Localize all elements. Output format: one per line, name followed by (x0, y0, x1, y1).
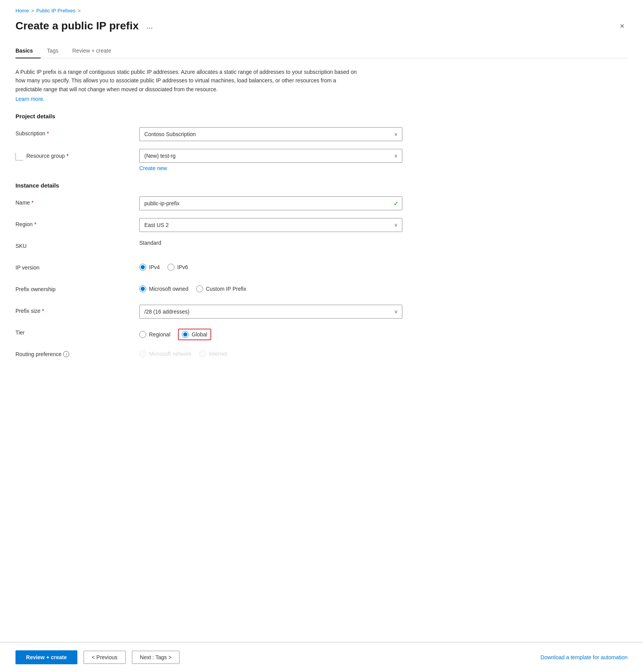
global-radio[interactable] (182, 331, 189, 338)
description-text: A Public IP prefix is a range of contigu… (15, 68, 364, 94)
regional-label: Regional (149, 331, 170, 338)
breadcrumb: Home > Public IP Prefixes > (15, 8, 628, 14)
spacer (0, 510, 643, 642)
sku-row: SKU Standard (15, 240, 628, 254)
breadcrumb-home[interactable]: Home (15, 8, 29, 14)
custom-ip-prefix-option[interactable]: Custom IP Prefix (196, 285, 246, 292)
page-title-left: Create a public IP prefix ... (15, 20, 156, 32)
subscription-select-wrapper: Contoso Subscription (139, 127, 402, 141)
ellipsis-button[interactable]: ... (144, 20, 156, 32)
page-container: Home > Public IP Prefixes > Create a pub… (0, 0, 643, 672)
routing-preference-row: Routing preference i Microsoft network I… (15, 348, 628, 362)
tier-label: Tier (15, 326, 139, 336)
subscription-required: * (47, 130, 49, 136)
routing-preference-info-icon[interactable]: i (63, 351, 69, 357)
subscription-label: Subscription * (15, 127, 139, 136)
name-control: ✓ (139, 196, 402, 210)
close-button[interactable]: × (617, 20, 628, 32)
name-input[interactable] (139, 196, 402, 210)
prefix-ownership-label: Prefix ownership (15, 283, 139, 292)
internet-label: Internet (209, 351, 227, 357)
subscription-select[interactable]: Contoso Subscription (139, 127, 402, 141)
routing-preference-radio-group: Microsoft network Internet (139, 348, 402, 357)
sku-value: Standard (139, 237, 161, 246)
prefix-size-select-wrapper: /28 (16 addresses) (139, 305, 402, 319)
name-checkmark: ✓ (393, 200, 398, 207)
prefix-size-select[interactable]: /28 (16 addresses) (139, 305, 402, 319)
tab-basics[interactable]: Basics (15, 44, 41, 58)
ipv4-radio[interactable] (139, 264, 146, 271)
prefix-ownership-control: Microsoft owned Custom IP Prefix (139, 283, 402, 292)
name-input-wrapper: ✓ (139, 196, 402, 210)
internet-option: Internet (199, 350, 227, 357)
resource-group-row: Resource group * (New) test-rg Create ne… (15, 149, 628, 171)
global-option[interactable]: Global (182, 331, 207, 338)
download-template-link[interactable]: Download a template for automation (540, 654, 628, 660)
microsoft-network-option: Microsoft network (139, 350, 192, 357)
prefix-ownership-radio-group: Microsoft owned Custom IP Prefix (139, 283, 402, 292)
rg-required: * (67, 153, 68, 159)
resource-group-select[interactable]: (New) test-rg (139, 149, 402, 163)
region-label: Region * (15, 218, 139, 227)
name-required: * (31, 200, 33, 206)
header: Home > Public IP Prefixes > Create a pub… (0, 0, 643, 44)
internet-radio (199, 350, 206, 357)
subscription-control: Contoso Subscription (139, 127, 402, 141)
prefix-size-required: * (42, 308, 44, 314)
next-button[interactable]: Next : Tags > (132, 651, 180, 664)
ip-version-row: IP version IPv4 IPv6 (15, 261, 628, 275)
routing-preference-control: Microsoft network Internet (139, 348, 402, 357)
subscription-row: Subscription * Contoso Subscription (15, 127, 628, 141)
prefix-ownership-row: Prefix ownership Microsoft owned Custom … (15, 283, 628, 297)
regional-option[interactable]: Regional (139, 331, 170, 338)
sku-label: SKU (15, 240, 139, 249)
ipv4-option[interactable]: IPv4 (139, 264, 160, 271)
microsoft-network-label: Microsoft network (149, 351, 192, 357)
ipv6-radio[interactable] (168, 264, 174, 271)
rg-indent: Resource group * (15, 149, 139, 160)
prefix-size-row: Prefix size * /28 (16 addresses) (15, 305, 628, 319)
custom-ip-prefix-radio[interactable] (196, 285, 203, 292)
name-label: Name * (15, 196, 139, 206)
page-title: Create a public IP prefix (15, 20, 139, 32)
tab-tags[interactable]: Tags (47, 44, 66, 58)
ip-version-label: IP version (15, 261, 139, 271)
region-required: * (34, 221, 36, 227)
learn-more-link[interactable]: Learn more. (15, 96, 44, 102)
rg-select-wrapper: (New) test-rg (139, 149, 402, 163)
region-control: East US 2 (139, 218, 402, 232)
microsoft-network-radio (139, 350, 146, 357)
microsoft-owned-radio[interactable] (139, 285, 146, 292)
routing-preference-label: Routing preference i (15, 348, 139, 357)
rg-tree: Resource group * (15, 152, 68, 160)
prefix-size-label: Prefix size * (15, 305, 139, 314)
main-content: A Public IP prefix is a range of contigu… (0, 58, 643, 510)
region-row: Region * East US 2 (15, 218, 628, 232)
instance-details-title: Instance details (15, 182, 628, 189)
create-new-link[interactable]: Create new (139, 165, 167, 171)
review-create-button[interactable]: Review + create (15, 650, 77, 664)
breadcrumb-prefixes[interactable]: Public IP Prefixes (36, 8, 76, 14)
tier-radio-group: Regional Global (139, 326, 402, 340)
ipv6-label: IPv6 (177, 264, 188, 270)
microsoft-owned-option[interactable]: Microsoft owned (139, 285, 188, 292)
tree-line (15, 153, 23, 160)
breadcrumb-sep2: > (78, 8, 80, 14)
ip-version-control: IPv4 IPv6 (139, 261, 402, 271)
ip-version-radio-group: IPv4 IPv6 (139, 261, 402, 271)
region-select-wrapper: East US 2 (139, 218, 402, 232)
footer: Review + create < Previous Next : Tags >… (0, 642, 643, 672)
previous-button[interactable]: < Previous (84, 651, 126, 664)
ipv4-label: IPv4 (149, 264, 160, 270)
tier-control: Regional Global (139, 326, 402, 340)
region-select[interactable]: East US 2 (139, 218, 402, 232)
tier-row: Tier Regional Global (15, 326, 628, 340)
regional-radio[interactable] (139, 331, 146, 338)
microsoft-owned-label: Microsoft owned (149, 286, 188, 292)
ipv6-option[interactable]: IPv6 (168, 264, 188, 271)
sku-value-area: Standard (139, 240, 402, 246)
tab-review-create[interactable]: Review + create (72, 44, 119, 58)
global-highlight-box: Global (178, 329, 211, 340)
page-title-row: Create a public IP prefix ... × (15, 20, 628, 32)
tabs-container: Basics Tags Review + create (15, 44, 628, 58)
